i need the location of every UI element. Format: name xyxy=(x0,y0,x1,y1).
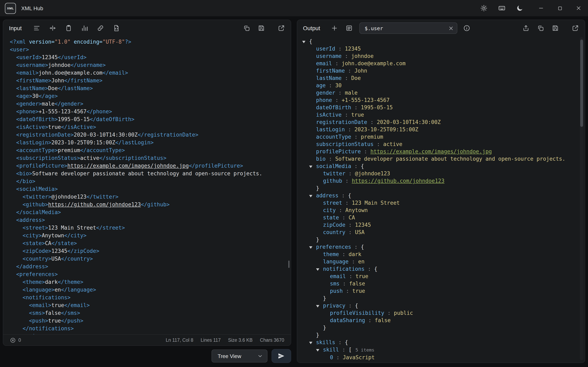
tree-row: address : { xyxy=(297,192,579,200)
maximize-button[interactable] xyxy=(550,0,569,16)
tree-row: privacy : { xyxy=(297,302,579,309)
code-line: </socialMedia> xyxy=(10,208,291,216)
tree-key: push xyxy=(330,288,343,294)
code-line: <username>johndoe</username> xyxy=(10,61,291,69)
tree-key: profilePicture xyxy=(316,149,361,155)
settings-icon[interactable] xyxy=(480,4,488,12)
tree-value: 123 Main Street xyxy=(352,200,400,206)
view-mode-select[interactable]: Tree View xyxy=(212,350,268,363)
keyboard-icon[interactable] xyxy=(498,4,506,12)
tree-row: registrationDate : 2020-03-10T14:30:00Z xyxy=(297,119,579,126)
expand-icon[interactable] xyxy=(278,25,285,32)
tree-value: false xyxy=(349,281,365,287)
tree-key: subscriptionStatus xyxy=(316,141,374,147)
link-icon[interactable] xyxy=(97,25,104,32)
format-icon[interactable] xyxy=(33,25,40,32)
tree-key: firstName xyxy=(316,68,345,74)
tree-value: male xyxy=(345,90,358,96)
close-button[interactable] xyxy=(569,0,588,16)
expand-icon[interactable] xyxy=(572,25,579,32)
app-icon-label: XML xyxy=(7,6,14,10)
copy-icon[interactable] xyxy=(537,25,544,32)
tree-row: isActive : true xyxy=(297,111,579,119)
error-count: 0 xyxy=(18,338,21,342)
code-link[interactable]: https://example.com/images/johndoe.jpg xyxy=(67,163,189,169)
xml-code[interactable]: <?xml version="1.0" encoding="UTF-8"?><u… xyxy=(3,36,291,334)
tree-row: age : 30 xyxy=(297,82,579,89)
tree-key: notifications xyxy=(323,266,365,272)
tree-row: country : USA xyxy=(297,229,579,236)
collapse-arrow-icon[interactable] xyxy=(316,349,323,351)
tree-key: privacy xyxy=(323,303,346,309)
collapse-arrow-icon[interactable] xyxy=(309,195,316,197)
input-scrollbar-thumb[interactable] xyxy=(288,261,290,268)
output-scrollbar[interactable] xyxy=(580,37,584,360)
tree-row: preferences : { xyxy=(297,243,579,251)
add-icon[interactable] xyxy=(331,25,338,32)
chevron-down-icon xyxy=(257,353,263,359)
tree-row: sms : false xyxy=(297,280,579,287)
collapse-arrow-icon[interactable] xyxy=(302,41,309,43)
code-line: <age>30</age> xyxy=(10,92,291,100)
save-icon[interactable] xyxy=(552,25,559,32)
theme-moon-icon[interactable] xyxy=(516,4,523,12)
tree-row: bio : Software developer passionate abou… xyxy=(297,155,579,163)
share-icon[interactable] xyxy=(522,25,530,32)
input-panel-title: Input xyxy=(9,25,22,31)
tree-row: notifications : { xyxy=(297,266,579,273)
collapse-arrow-icon[interactable] xyxy=(316,268,323,271)
code-line: <email>true</email> xyxy=(10,301,291,309)
tree-row: language : en xyxy=(297,258,579,266)
code-line: <address> xyxy=(10,216,291,224)
output-scrollbar-thumb[interactable] xyxy=(580,40,583,127)
code-line: <dateOfBirth>1995-05-15</dateOfBirth> xyxy=(10,115,291,123)
input-panel-header: Input xyxy=(3,20,291,36)
tree-row: phone : +1-555-123-4567 xyxy=(297,97,579,104)
tree-key: language xyxy=(323,259,348,265)
clear-icon[interactable] xyxy=(448,25,454,31)
code-line: <userId>12345</userId> xyxy=(10,53,291,61)
minimize-button[interactable] xyxy=(532,0,550,16)
list-view-icon[interactable] xyxy=(346,25,353,32)
tree-key: bio xyxy=(316,156,326,162)
status-chars: Chars 3670 xyxy=(260,338,284,342)
stats-icon[interactable] xyxy=(81,25,88,32)
code-line: <subscriptionStatus>active</subscription… xyxy=(10,154,291,162)
tree-key: 1 xyxy=(330,362,333,363)
code-link[interactable]: https://github.com/johndoe123 xyxy=(48,201,141,208)
tree-value: @johndoe123 xyxy=(355,170,390,176)
tree-value: dark xyxy=(348,251,361,257)
code-line: <street>123 Main Street</street> xyxy=(10,224,291,232)
convert-button[interactable] xyxy=(272,349,291,363)
collapse-arrow-icon[interactable] xyxy=(316,305,323,308)
app-title: XML Hub xyxy=(21,5,43,11)
tree-value: public xyxy=(394,310,413,316)
collapse-arrow-icon[interactable] xyxy=(309,246,316,249)
input-statusbar: 0 Ln 117, Col 8 Lines 117 Size 3.6 KB Ch… xyxy=(3,334,291,345)
compress-icon[interactable] xyxy=(49,25,56,32)
tree-row: userId : 12345 xyxy=(297,45,579,53)
tree-value: Python xyxy=(343,362,362,363)
tree-value-link[interactable]: https://example.com/images/johndoe.jpg xyxy=(370,149,492,155)
paste-icon[interactable] xyxy=(65,25,72,32)
query-box xyxy=(359,22,457,34)
save-icon[interactable] xyxy=(258,25,265,32)
tree-value-link[interactable]: https://github.com/johndoe123 xyxy=(352,178,444,184)
collapse-arrow-icon[interactable] xyxy=(309,166,316,168)
tree-row: skill : [5 items xyxy=(297,346,579,354)
query-input[interactable] xyxy=(364,25,448,32)
tree-key: sms xyxy=(330,281,339,287)
tree-row: profilePicture : https://example.com/ima… xyxy=(297,148,579,155)
tree-row: profileVisibility : public xyxy=(297,309,579,317)
tree-value: Software developer passionate about tech… xyxy=(335,156,565,162)
tree-key: socialMedia xyxy=(316,163,351,169)
tree-key: phone xyxy=(316,97,332,103)
copy-icon[interactable] xyxy=(243,25,250,32)
code-line: <sms>false</sms> xyxy=(10,309,291,317)
info-icon[interactable] xyxy=(463,25,470,32)
code-line: <lastLogin>2023-10-25T09:15:00Z</lastLog… xyxy=(10,139,291,146)
file-code-icon[interactable] xyxy=(113,25,120,32)
code-line: <theme>dark</theme> xyxy=(10,278,291,286)
collapse-arrow-icon[interactable] xyxy=(309,342,316,344)
code-line: <notifications> xyxy=(10,294,291,301)
